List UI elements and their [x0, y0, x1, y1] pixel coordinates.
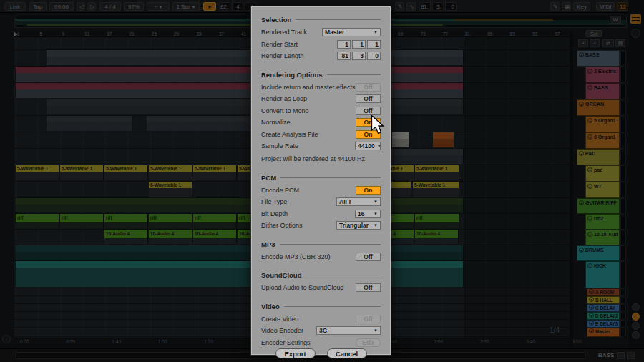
select-value: 16: [358, 210, 364, 217]
mouse-cursor-icon: [371, 115, 385, 134]
section-title-label: SoundCloud: [261, 271, 301, 279]
dialog-row-dither-options: Dither OptionsTriangular▼: [261, 220, 381, 232]
toggle-upload-audio-to-soundcloud[interactable]: Off: [356, 283, 381, 292]
toggle-encoder-settings: Edit: [356, 338, 381, 347]
section-rule: [327, 74, 381, 75]
dialog-buttons: Export Cancel: [261, 348, 381, 362]
section-rule: [280, 177, 381, 178]
dialog-row-label: Encode PCM: [261, 187, 299, 194]
dialog-row-label: Dither Options: [261, 222, 303, 229]
dialog-row-render-start: Render Start111: [261, 39, 381, 51]
dialog-row-render-as-loop: Render as LoopOff: [261, 93, 381, 105]
section-title: SoundCloud: [261, 270, 381, 280]
section-title: MP3: [261, 240, 381, 249]
chevron-down-icon: ▼: [374, 30, 378, 34]
section-title-label: MP3: [261, 240, 275, 248]
toggle-convert-to-mono[interactable]: Off: [356, 107, 381, 115]
chevron-down-icon: ▼: [374, 223, 378, 228]
select-file-type[interactable]: AIFF▼: [336, 197, 381, 206]
dialog-row-encoder-settings: Encoder SettingsEdit: [261, 337, 381, 349]
dialog-row-label: Create Video: [261, 315, 298, 323]
dialog-row-render-length: Render Length8130: [261, 50, 381, 62]
dialog-section-video: VideoCreate VideoOffVideo Encoder3G▼Enco…: [261, 302, 381, 349]
dialog-row-label: Bit Depth: [261, 210, 288, 217]
number-group: 111: [337, 40, 381, 49]
select-rendered-track[interactable]: Master▼: [322, 28, 381, 36]
section-title-label: PCM: [261, 174, 276, 182]
dialog-row-label: Normalize: [261, 119, 291, 126]
dialog-row-label: Video Encoder: [261, 327, 303, 334]
select-value: AIFF: [339, 198, 353, 205]
chevron-down-icon: ▼: [374, 200, 378, 204]
section-rule: [296, 19, 381, 20]
toggle-create-video: Off: [356, 315, 381, 323]
number-field[interactable]: 3: [352, 52, 366, 60]
dialog-row-label: Render Start: [261, 41, 298, 48]
dialog-row-label: Render Length: [261, 52, 304, 59]
toggle-include-return-and-master-effects: Off: [356, 83, 381, 92]
dialog-row-create-video: Create VideoOff: [261, 313, 381, 326]
dialog-section-selection: SelectionRendered TrackMaster▼Render Sta…: [261, 15, 381, 62]
export-dialog-body: SelectionRendered TrackMaster▼Render Sta…: [261, 15, 381, 348]
dialog-row-video-encoder: Video Encoder3G▼: [261, 325, 381, 337]
dialog-row-bit-depth: Bit Depth16▼: [261, 208, 381, 220]
section-title: PCM: [261, 173, 381, 182]
dialog-row-label: Encoder Settings: [261, 339, 311, 346]
dialog-row-label: Upload Audio to SoundCloud: [261, 284, 344, 291]
section-rule: [284, 306, 381, 307]
dialog-row-include-return-and-master-effects: Include return and master effectsOff: [261, 82, 381, 94]
toggle-encode-pcm[interactable]: On: [356, 186, 381, 195]
toggle-encode-mp3-cbr-320[interactable]: Off: [356, 253, 381, 261]
dialog-row-encode-pcm: Encode PCMOn: [261, 185, 381, 197]
ableton-live-window: Link Tap 99.00 ◁ ▷ 4 / 4 97% ◔▼ 1 Bar▼ ➤…: [0, 0, 644, 362]
dialog-row-label: Sample Rate: [261, 142, 298, 150]
dialog-row-file-type: File TypeAIFF▼: [261, 196, 381, 208]
dialog-row-label: Include return and master effects: [261, 84, 355, 91]
select-dither-options[interactable]: Triangular▼: [336, 221, 381, 230]
dialog-row-rendered-track: Rendered TrackMaster▼: [261, 26, 381, 39]
section-rule: [306, 275, 381, 275]
select-bit-depth[interactable]: 16▼: [355, 210, 381, 218]
number-field[interactable]: 1: [352, 40, 366, 49]
number-field[interactable]: 0: [367, 52, 381, 60]
dialog-row-label: Rendered Track: [261, 29, 307, 36]
select-video-encoder[interactable]: 3G▼: [316, 326, 381, 335]
section-title: Rendering Options: [261, 70, 381, 79]
section-title-label: Selection: [261, 16, 291, 24]
dialog-row-convert-to-mono: Convert to MonoOff: [261, 105, 381, 117]
select-value: Triangular: [339, 222, 369, 229]
dialog-section-pcm: PCMEncode PCMOnFile TypeAIFF▼Bit Depth16…: [261, 173, 381, 232]
section-title-label: Video: [261, 303, 280, 310]
cancel-button[interactable]: Cancel: [327, 348, 367, 358]
select-value: Master: [325, 29, 344, 36]
dialog-section-soundcloud: SoundCloudUpload Audio to SoundCloudOff: [261, 270, 381, 294]
section-title: Video: [261, 302, 381, 311]
chevron-down-icon: ▼: [374, 212, 378, 216]
section-rule: [280, 244, 381, 245]
toggle-render-as-loop[interactable]: Off: [356, 94, 381, 103]
export-button[interactable]: Export: [275, 348, 316, 358]
dialog-row-label: File Type: [261, 198, 287, 205]
dialog-row-encode-mp3-cbr-320: Encode MP3 (CBR 320)Off: [261, 251, 381, 263]
dialog-row-sample-rate: Sample Rate44100▼: [261, 140, 381, 152]
select-value: 3G: [319, 327, 327, 334]
section-title: Selection: [261, 15, 381, 24]
select-value: 44100: [358, 142, 375, 150]
render-note: Project will be rendered at 44100 Hz.: [261, 155, 381, 165]
number-field[interactable]: 81: [337, 52, 351, 60]
dialog-row-label: Render as Loop: [261, 95, 307, 102]
dialog-row-label: Create Analysis File: [261, 131, 318, 138]
dialog-section-mp3: MP3Encode MP3 (CBR 320)Off: [261, 240, 381, 263]
dialog-section-rendering-options: Rendering OptionsInclude return and mast…: [261, 70, 381, 165]
dialog-row-upload-audio-to-soundcloud: Upload Audio to SoundCloudOff: [261, 282, 381, 294]
number-field[interactable]: 1: [337, 40, 351, 49]
dialog-row-normalize: NormalizeOn: [261, 117, 381, 129]
number-group: 8130: [337, 52, 381, 60]
number-field[interactable]: 1: [367, 40, 381, 49]
export-dialog: SelectionRendered TrackMaster▼Render Sta…: [250, 6, 391, 356]
chevron-down-icon: ▼: [377, 144, 381, 148]
section-title-label: Rendering Options: [261, 71, 323, 79]
select-sample-rate[interactable]: 44100▼: [355, 142, 381, 150]
dialog-row-create-analysis-file: Create Analysis FileOn: [261, 129, 381, 141]
dialog-row-label: Encode MP3 (CBR 320): [261, 253, 331, 260]
